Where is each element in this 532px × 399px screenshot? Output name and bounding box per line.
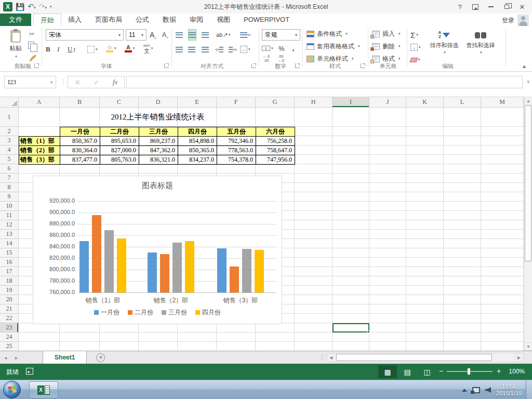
sheet-nav-left-icon[interactable]: ◂ [0,355,11,361]
number-dialog-launcher[interactable] [295,63,300,68]
clipboard-dialog-launcher[interactable] [34,63,39,68]
wrap-text-button[interactable]: ↩ [240,29,251,41]
month-header-6[interactable]: 六月份 [256,127,295,137]
row-header-8[interactable]: 8 [0,183,19,192]
month-header-2[interactable]: 二月份 [100,127,139,137]
embedded-chart[interactable]: 图表标题920,000.0900,000.0880,000.0860,000.0… [33,176,282,324]
row-header-5[interactable]: 5 [0,155,19,164]
table-cell[interactable]: 836,321.0 [139,155,178,165]
page-break-view-button[interactable]: ◫ [418,365,436,378]
ribbon-tab-公式[interactable]: 公式 [129,14,156,26]
scroll-up-icon[interactable]: ▲ [524,97,532,105]
bold-button[interactable]: B [46,44,50,55]
table-cell[interactable]: 850,365.0 [178,146,217,155]
row-header-7[interactable]: 7 [0,174,19,183]
decrease-indent-button[interactable]: ⇦ [215,44,223,55]
restore-button[interactable] [500,2,513,12]
minimize-button[interactable] [484,2,498,12]
ribbon-tab-视图[interactable]: 视图 [210,14,237,26]
table-cell[interactable]: 847,362.0 [139,146,178,155]
zoom-out-icon[interactable]: − [439,367,443,375]
row-label-2[interactable]: 销售（2）部 [19,146,60,155]
volume-icon[interactable] [485,387,491,393]
row-header-23[interactable]: 23 [0,323,19,332]
insert-function-icon[interactable]: fx [113,78,117,86]
table-cell[interactable]: 747,956.0 [256,155,295,165]
column-header-G[interactable]: G [256,97,295,108]
ribbon-display-options-button[interactable] [469,2,482,12]
row-label-3[interactable]: 销售（3）部 [19,155,60,165]
vertical-scrollbar[interactable]: ▲ ▼ [524,97,532,351]
zoom-in-icon[interactable]: + [497,367,501,375]
cancel-entry-icon[interactable]: ✕ [75,78,81,86]
table-cell[interactable]: 850,367.0 [60,137,100,146]
phonetic-guide-button[interactable]: wén文▾ [143,43,153,54]
alignment-dialog-launcher[interactable] [251,63,256,68]
cut-button[interactable]: ✂ [29,28,35,39]
italic-button[interactable]: I [57,44,59,55]
font-size-combo[interactable]: 11▾ [126,29,147,41]
ribbon-tab-数据[interactable]: 数据 [156,14,183,26]
scroll-left-icon[interactable]: ◀ [327,353,335,362]
row-header-15[interactable]: 15 [0,248,19,258]
table-cell[interactable]: 754,378.0 [217,155,256,165]
editing-button-0[interactable]: AZ排序和筛选▾ [427,28,461,64]
start-button[interactable] [3,381,21,398]
taskbar-excel-button[interactable]: X [29,381,58,398]
table-cell[interactable]: 827,000.0 [100,146,139,155]
borders-button[interactable]: ▾ [87,44,98,55]
horizontal-scrollbar[interactable]: ◀ ▶ [326,353,524,362]
increase-font-size-button[interactable]: Aˎ [150,29,157,41]
merge-center-button[interactable]: ↔▾ [240,44,250,55]
row-header-14[interactable]: 14 [0,239,19,248]
orientation-button[interactable]: ab↗▾ [216,29,230,41]
ribbon-tab-页面布局[interactable]: 页面布局 [88,14,129,26]
column-header-B[interactable]: B [60,97,100,108]
copy-button[interactable]: ▾ [28,39,37,51]
row-header-22[interactable]: 22 [0,314,19,323]
font-color-button[interactable]: A▾ [125,43,135,54]
hidden-icons-icon[interactable] [462,389,467,392]
column-header-E[interactable]: E [178,97,217,108]
table-cell[interactable]: 778,563.0 [217,146,256,155]
table-cell[interactable]: 805,763.0 [100,155,139,165]
zoom-level[interactable]: 100% [509,368,525,375]
ribbon-tab-审阅[interactable]: 审阅 [183,14,210,26]
month-header-5[interactable]: 五月份 [217,127,256,137]
top-align-button[interactable] [176,29,183,41]
styles-button-1[interactable]: 套用表格格式▾ [307,41,360,52]
vertical-scroll-thumb[interactable] [525,105,531,261]
table-cell[interactable]: 830,364.0 [60,146,100,155]
formula-input[interactable] [126,76,523,88]
row-header-16[interactable]: 16 [0,258,19,267]
table-cell[interactable]: 756,258.0 [256,137,295,146]
sheet-nav-right-icon[interactable]: ▸ [11,355,22,361]
scroll-down-icon[interactable]: ▼ [524,342,532,351]
decrease-font-size-button[interactable]: Aˍ [162,29,168,41]
ribbon-tab-开始[interactable]: 开始 [33,14,61,26]
row-header-6[interactable]: 6 [0,164,19,174]
name-box[interactable]: I23▾ [4,76,56,88]
styles-button-0[interactable]: 条件格式▾ [307,28,348,39]
month-header-3[interactable]: 三月份 [139,127,178,137]
fill-color-button[interactable]: ◇▾ [106,43,116,54]
month-header-1[interactable]: 一月份 [60,127,100,137]
paste-button[interactable]: 粘贴 ▾ [3,28,28,66]
column-header-J[interactable]: J [369,97,406,108]
column-header-H[interactable]: H [295,97,332,108]
ribbon-tab-file[interactable]: 文件 [0,14,31,26]
row-header-21[interactable]: 21 [0,304,19,314]
network-icon[interactable] [472,387,480,393]
select-all-corner[interactable] [0,97,19,108]
table-cell[interactable]: 792,346.0 [217,137,256,146]
row-header-11[interactable]: 11 [0,211,19,220]
worksheet-grid[interactable]: ABCDEFGHIJKLM123456789101112131415161718… [0,97,524,351]
user-avatar[interactable] [517,15,529,26]
cells-button-1[interactable]: 删除▾ [372,41,401,52]
tab-scrollbar-splitter[interactable]: ⋮ [320,354,325,361]
table-cell[interactable]: 834,237.0 [178,155,217,165]
macro-record-icon[interactable] [26,368,33,375]
row-header-19[interactable]: 19 [0,286,19,295]
row-header-2[interactable]: 2 [0,127,19,136]
row-header-10[interactable]: 10 [0,202,19,211]
